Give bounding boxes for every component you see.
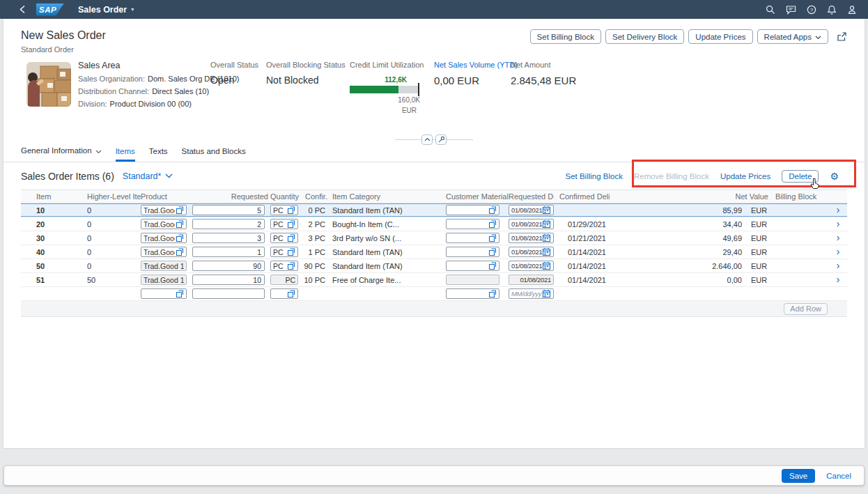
row-nav-icon[interactable]: › bbox=[837, 219, 840, 229]
save-button[interactable]: Save bbox=[782, 469, 815, 483]
add-row-button[interactable]: Add Row bbox=[784, 303, 828, 315]
col-higher-level[interactable]: Higher-Level Item bbox=[87, 192, 141, 201]
unit-input[interactable]: PC bbox=[270, 247, 298, 257]
row-nav-icon[interactable]: › bbox=[837, 247, 840, 256]
requested-delivery-date-input: 01/08/2021 bbox=[509, 275, 554, 285]
table-row[interactable]: 20 0 Trad.Good ... 2 PC 2 PC Bought-In I… bbox=[21, 217, 847, 231]
quantity-input[interactable] bbox=[192, 288, 265, 299]
toolbar-delete-button[interactable]: Delete bbox=[782, 170, 819, 183]
quantity-input[interactable]: 10 bbox=[192, 275, 265, 285]
app-title-menu[interactable]: Sales Order▾ bbox=[78, 5, 134, 15]
unit-input[interactable]: PC bbox=[270, 233, 298, 243]
search-icon[interactable] bbox=[766, 5, 775, 15]
cell-confirmed-delivery: 01/21/2021 bbox=[554, 234, 610, 242]
customer-material-input[interactable] bbox=[446, 247, 499, 257]
col-customer-material[interactable]: Customer Material bbox=[446, 192, 509, 201]
tab-items[interactable]: Items bbox=[116, 147, 135, 162]
product-input[interactable] bbox=[141, 288, 187, 299]
net-sales-volume-value: 0,00 EUR bbox=[434, 75, 518, 86]
back-icon[interactable] bbox=[17, 4, 28, 15]
product-input[interactable]: Trad.Good ... bbox=[141, 219, 187, 229]
table-row[interactable]: 40 0 Trad.Good ... 1 PC 1 PC Standard It… bbox=[21, 245, 847, 259]
cell-item: 50 bbox=[21, 262, 87, 270]
col-item-category[interactable]: Item Category bbox=[328, 192, 446, 201]
net-sales-volume-link[interactable]: Net Sales Volume (YTD) bbox=[434, 61, 518, 69]
value-help-icon bbox=[175, 233, 184, 242]
col-requested-delivery[interactable]: Requested Delive... bbox=[509, 192, 554, 201]
table-row[interactable]: 10 0 Trad.Good ... 5 PC 0 PC Standard It… bbox=[21, 203, 847, 217]
product-input[interactable]: Trad.Good ... bbox=[141, 247, 187, 257]
facet-net-amount: Net Amount 2.845,48 EUR bbox=[511, 61, 576, 86]
notifications-icon[interactable] bbox=[827, 5, 837, 15]
customer-material-input[interactable] bbox=[446, 261, 499, 271]
update-prices-button[interactable]: Update Prices bbox=[688, 29, 752, 44]
cell-currency: EUR bbox=[745, 262, 773, 270]
requested-delivery-date-input[interactable]: 01/08/2021 bbox=[509, 205, 554, 215]
col-confirmed[interactable]: Confir... bbox=[301, 192, 328, 201]
cancel-button[interactable]: Cancel bbox=[826, 472, 851, 480]
cell-higher-level: 0 bbox=[87, 248, 141, 256]
table-row[interactable]: 50 0 Trad.Good 12,R... 90 PC 90 PC Stand… bbox=[21, 259, 847, 273]
tab-texts[interactable]: Texts bbox=[149, 147, 168, 162]
tab-status-and-blocks[interactable]: Status and Blocks bbox=[182, 147, 246, 162]
row-nav-icon[interactable]: › bbox=[837, 233, 840, 242]
row-nav-icon[interactable]: › bbox=[837, 261, 840, 270]
value-help-icon bbox=[175, 219, 184, 229]
col-product[interactable]: Product bbox=[141, 192, 192, 201]
share-icon[interactable] bbox=[837, 31, 847, 42]
quantity-input[interactable]: 3 bbox=[192, 233, 265, 243]
customer-material-input[interactable] bbox=[446, 219, 499, 229]
table-settings-gear-icon[interactable]: ⚙ bbox=[830, 171, 839, 181]
row-nav-icon[interactable]: › bbox=[837, 206, 840, 215]
col-net-value[interactable]: Net Value bbox=[610, 192, 773, 201]
requested-delivery-date-input[interactable]: MM/dd/yyyy bbox=[509, 288, 554, 299]
customer-material-input[interactable] bbox=[446, 288, 499, 299]
toolbar-update-prices-button[interactable]: Update Prices bbox=[720, 172, 770, 180]
unit-input[interactable]: PC bbox=[270, 261, 298, 271]
value-help-icon bbox=[175, 289, 184, 298]
col-billing-block[interactable]: Billing Block bbox=[773, 192, 829, 201]
requested-delivery-date-input[interactable]: 01/08/2021 bbox=[509, 233, 554, 243]
svg-text:?: ? bbox=[810, 6, 814, 13]
quantity-input[interactable]: 90 bbox=[192, 261, 265, 271]
items-toolbar: Set Billing Block Remove Billing Block U… bbox=[565, 169, 839, 184]
table-row[interactable]: 30 0 Trad.Good ... 3 PC 3 PC 3rd Party w… bbox=[21, 231, 847, 245]
set-delivery-block-button[interactable]: Set Delivery Block bbox=[605, 29, 684, 44]
customer-material-input bbox=[446, 275, 499, 285]
table-row[interactable]: 51 50 Trad.Good 12,R... 10 PC 10 PC Free… bbox=[21, 273, 847, 287]
unit-input[interactable]: PC bbox=[270, 205, 298, 215]
related-apps-button[interactable]: Related Apps bbox=[757, 29, 828, 44]
product-input: Trad.Good 12,R... bbox=[141, 275, 187, 285]
value-help-icon bbox=[488, 261, 497, 270]
quantity-input[interactable]: 5 bbox=[192, 205, 265, 215]
quantity-input[interactable]: 1 bbox=[192, 247, 265, 257]
bullet-unit-label: EUR bbox=[350, 107, 417, 114]
set-billing-block-button[interactable]: Set Billing Block bbox=[530, 29, 601, 44]
value-help-icon bbox=[488, 206, 497, 215]
tab-general-information[interactable]: General Information bbox=[21, 146, 102, 162]
calendar-icon bbox=[542, 219, 551, 229]
collapse-header-icon[interactable] bbox=[421, 134, 433, 145]
row-nav-icon[interactable]: › bbox=[837, 275, 840, 284]
requested-delivery-date-input[interactable]: 01/08/2021 bbox=[509, 247, 554, 257]
col-confirmed-delivery[interactable]: Confirmed Deliver... bbox=[554, 192, 610, 201]
user-icon[interactable] bbox=[847, 5, 857, 15]
product-input[interactable]: Trad.Good ... bbox=[141, 233, 187, 243]
unit-input[interactable] bbox=[270, 288, 298, 299]
quantity-input[interactable]: 2 bbox=[192, 219, 265, 229]
pin-header-icon[interactable] bbox=[435, 134, 447, 145]
product-input[interactable]: Trad.Good ... bbox=[141, 205, 187, 215]
unit-input: PC bbox=[270, 275, 298, 285]
unit-input[interactable]: PC bbox=[270, 219, 298, 229]
toolbar-set-billing-block-button[interactable]: Set Billing Block bbox=[565, 172, 622, 180]
customer-material-input[interactable] bbox=[446, 233, 499, 243]
distribution-channel: Distribution Channel:Direct Sales (10) bbox=[78, 87, 239, 95]
help-icon[interactable]: ? bbox=[807, 5, 816, 15]
variant-selector[interactable]: Standard* bbox=[123, 171, 173, 181]
customer-material-input[interactable] bbox=[446, 205, 499, 215]
requested-delivery-date-input[interactable]: 01/08/2021 bbox=[509, 219, 554, 229]
col-requested-quantity[interactable]: Requested Quantity bbox=[192, 192, 301, 201]
requested-delivery-date-input[interactable]: 01/08/2021 bbox=[509, 261, 554, 271]
col-item[interactable]: Item bbox=[21, 192, 87, 201]
feedback-icon[interactable] bbox=[786, 5, 796, 15]
